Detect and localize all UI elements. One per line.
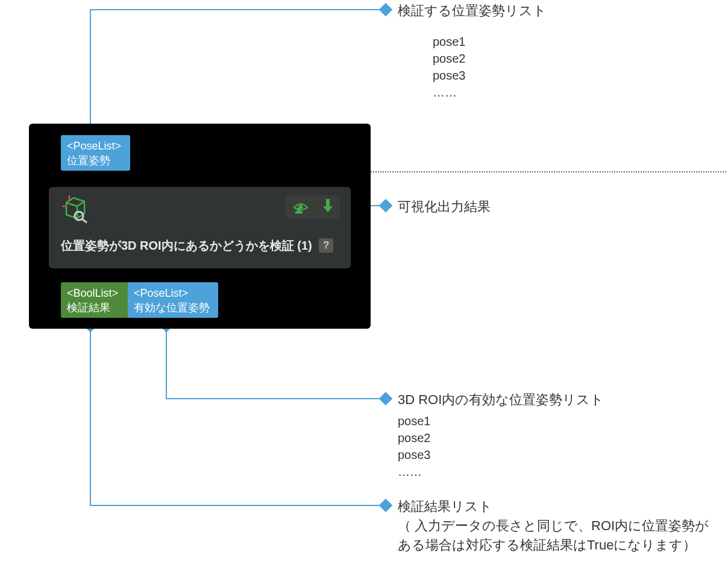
svg-point-6 xyxy=(297,207,301,211)
annotation-valid-list-items: pose1 pose2 pose3 …… xyxy=(398,413,431,480)
node-title-text: 位置姿勢が3D ROI内にあるかどうかを検証 (1) xyxy=(61,239,312,252)
node-body: 位置姿勢が3D ROI内にあるかどうかを検証 (1) ? xyxy=(49,187,351,268)
node-card: <PoseList> 位置姿勢 xyxy=(29,124,371,329)
port-name-label: 検証結果 xyxy=(67,300,124,315)
port-type-label: <BoolList> xyxy=(67,286,124,300)
annotation-input-list-title: 検証する位置姿勢リスト xyxy=(398,2,547,20)
annotation-viz-output: 可視化出力結果 xyxy=(398,198,491,216)
node-title: 位置姿勢が3D ROI内にあるかどうかを検証 (1) ? xyxy=(61,238,333,254)
divider-dotted xyxy=(371,171,726,172)
annotation-valid-list-title: 3D ROI内の有効な位置姿勢リスト xyxy=(398,391,604,409)
annotation-result-list: 検証結果リスト （ 入力データの長さと同じで、ROI内に位置姿勢がある場合は対応… xyxy=(398,497,711,555)
visualize-icon[interactable] xyxy=(292,198,310,216)
node-actions xyxy=(286,195,340,218)
output-port-boollist[interactable]: <BoolList> 検証結果 xyxy=(61,282,130,318)
output-port-poselist[interactable]: <PoseList> 有効な位置姿勢 xyxy=(128,282,218,318)
port-type-label: <PoseList> xyxy=(134,286,212,300)
svg-line-4 xyxy=(82,219,87,223)
help-icon[interactable]: ? xyxy=(319,238,333,253)
port-name-label: 有効な位置姿勢 xyxy=(134,300,212,315)
port-name-label: 位置姿勢 xyxy=(67,153,124,168)
svg-rect-7 xyxy=(326,199,330,206)
annotation-input-list-items: pose1 pose2 pose3 …… xyxy=(433,33,466,101)
download-icon[interactable] xyxy=(322,198,334,216)
port-type-label: <PoseList> xyxy=(67,139,124,153)
cube-search-icon xyxy=(61,194,90,223)
input-port-poselist[interactable]: <PoseList> 位置姿勢 xyxy=(61,135,130,171)
